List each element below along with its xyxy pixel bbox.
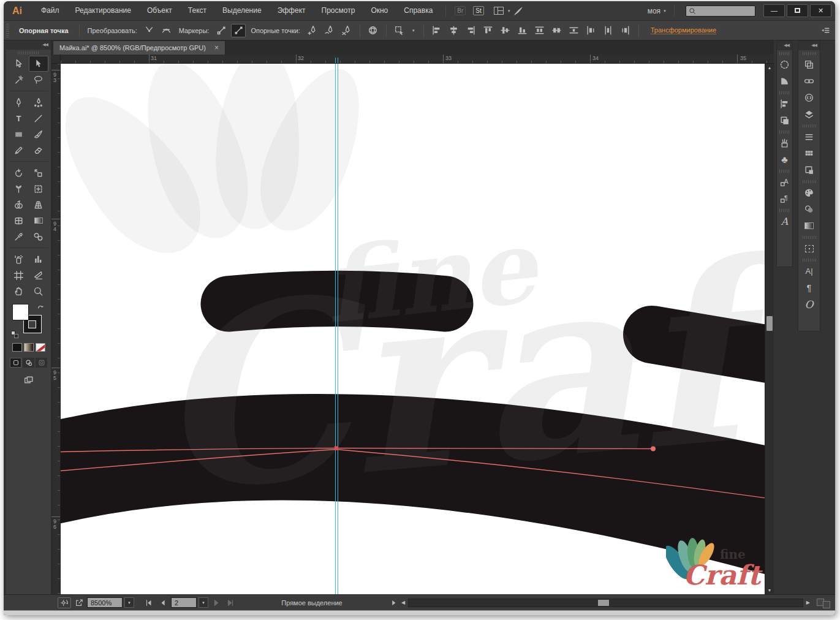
gradient-button[interactable] xyxy=(24,343,34,352)
menu-file[interactable]: Файл xyxy=(33,1,67,20)
panel-transform-icon[interactable] xyxy=(798,240,820,257)
pen-tool[interactable] xyxy=(9,94,29,110)
panel-paragraph-styles-icon[interactable]: ¶ xyxy=(777,191,792,207)
direct-selection-tool[interactable] xyxy=(29,56,48,72)
swap-fill-stroke-icon[interactable] xyxy=(37,304,45,312)
menu-edit[interactable]: Редактирование xyxy=(67,1,139,20)
selected-anchor-point[interactable] xyxy=(335,446,338,450)
export-button[interactable] xyxy=(73,597,85,608)
share-icon[interactable] xyxy=(513,6,524,16)
vertical-scrollbar[interactable]: ▲ ▼ xyxy=(765,64,774,594)
align-right-button[interactable] xyxy=(464,24,479,37)
vertical-ruler[interactable]: 93 94 95 96 xyxy=(51,64,61,594)
align-bottom-button[interactable] xyxy=(515,24,530,37)
strip-grip[interactable] xyxy=(779,209,790,212)
horizontal-ruler[interactable]: 31 32 33 34 35 xyxy=(61,55,774,64)
panel-character-styles-icon[interactable]: A xyxy=(777,174,792,191)
menu-help[interactable]: Справка xyxy=(396,1,441,20)
scroll-down-button[interactable]: ▼ xyxy=(765,586,774,594)
align-left-button[interactable] xyxy=(429,24,444,37)
shape-builder-tool[interactable] xyxy=(9,197,29,213)
slice-tool[interactable] xyxy=(29,267,48,283)
curvature-tool[interactable] xyxy=(29,94,48,110)
panel-align-icon[interactable] xyxy=(777,96,792,112)
strip-grip[interactable] xyxy=(803,236,816,239)
zoom-dropdown-arrow[interactable]: ▼ xyxy=(124,597,134,608)
strip-grip[interactable] xyxy=(803,259,816,262)
canvas[interactable]: fine Craft xyxy=(61,64,765,594)
distribute-vspace-button[interactable] xyxy=(601,24,616,37)
show-handles-button[interactable] xyxy=(214,24,229,37)
panel-opentype-icon[interactable]: O xyxy=(798,296,820,312)
perspective-grid-tool[interactable] xyxy=(29,197,48,213)
panel-paragraph-icon[interactable]: ¶ xyxy=(798,279,820,296)
menu-window[interactable]: Окно xyxy=(363,1,396,20)
distribute-bottom-button[interactable] xyxy=(567,24,581,37)
workspace-switcher-arrow[interactable]: ▼ xyxy=(663,9,667,13)
panel-gradient-icon[interactable] xyxy=(798,217,820,234)
panel-gradient-wedge-icon[interactable] xyxy=(777,73,792,89)
align-top-button[interactable] xyxy=(481,24,496,37)
distribute-right-button[interactable] xyxy=(618,24,633,37)
draw-normal-button[interactable] xyxy=(10,358,21,368)
artboard-dropdown-arrow[interactable]: ▼ xyxy=(199,597,208,608)
workspace-dropdown-arrow[interactable]: ▼ xyxy=(507,9,511,13)
strip-grip[interactable] xyxy=(779,130,790,134)
menu-object[interactable]: Объект xyxy=(139,1,180,20)
screen-mode-button[interactable] xyxy=(23,375,34,385)
path-end-anchor[interactable] xyxy=(651,446,656,451)
search-input[interactable] xyxy=(696,7,751,15)
select-similar-arrow[interactable]: ▼ xyxy=(412,29,415,32)
strip-grip[interactable] xyxy=(779,170,790,173)
hide-handles-button[interactable] xyxy=(231,24,246,37)
convert-smooth-button[interactable] xyxy=(159,24,174,37)
mesh-tool[interactable] xyxy=(9,213,29,229)
workspace-switcher[interactable]: моя xyxy=(648,7,660,15)
panel-glyphs-icon[interactable]: A xyxy=(777,213,792,230)
panel-color-icon[interactable] xyxy=(798,184,820,201)
free-transform-tool[interactable] xyxy=(29,181,48,197)
menu-select[interactable]: Выделение xyxy=(214,1,270,20)
panel-pathfinder-icon[interactable] xyxy=(777,112,792,129)
lasso-tool[interactable] xyxy=(29,72,48,88)
remove-anchor-button[interactable] xyxy=(322,24,337,37)
strip-left-collapse[interactable]: ◀◀ xyxy=(777,41,792,50)
bridge-button[interactable]: Br xyxy=(455,6,466,15)
magic-wand-tool[interactable] xyxy=(9,72,29,88)
minimize-button[interactable]: — xyxy=(763,4,785,17)
horizontal-scrollbar[interactable] xyxy=(408,599,803,607)
puppet-warp-tool[interactable] xyxy=(9,181,29,197)
menu-effect[interactable]: Эффект xyxy=(270,1,314,20)
type-tool[interactable]: T xyxy=(9,110,29,126)
panel-selection-icon[interactable] xyxy=(777,56,792,73)
paintbrush-tool[interactable] xyxy=(29,126,48,142)
strip-right-collapse[interactable]: ◀◀ xyxy=(798,41,820,50)
add-anchor-button[interactable] xyxy=(305,24,320,37)
panel-swatches-icon[interactable] xyxy=(798,145,820,162)
align-vcenter-button[interactable] xyxy=(498,24,513,37)
panel-brushes-icon[interactable] xyxy=(777,135,792,151)
sync-settings-button[interactable] xyxy=(58,597,71,608)
selection-tool[interactable] xyxy=(9,56,29,72)
horizontal-scroll-thumb[interactable] xyxy=(598,600,609,606)
tab-close-icon[interactable]: × xyxy=(214,43,219,52)
none-button[interactable] xyxy=(36,343,45,352)
select-similar-button[interactable] xyxy=(392,24,407,37)
distribute-hspace-button[interactable] xyxy=(584,24,599,37)
panel-transparency-icon[interactable] xyxy=(798,56,820,73)
status-expand-button[interactable] xyxy=(387,597,399,608)
default-fill-stroke-icon[interactable] xyxy=(11,331,18,338)
controlbar-panel-menu[interactable] xyxy=(820,25,830,36)
eraser-tool[interactable] xyxy=(29,142,48,158)
pencil-tool[interactable] xyxy=(9,142,29,158)
ruler-origin-corner[interactable] xyxy=(51,55,61,64)
cut-path-button[interactable] xyxy=(339,24,354,37)
blend-tool[interactable] xyxy=(29,229,48,244)
first-artboard-button[interactable] xyxy=(143,597,155,608)
menu-view[interactable]: Просмотр xyxy=(314,1,363,20)
scroll-left-button[interactable]: ◀ xyxy=(401,600,405,605)
strip-grip[interactable] xyxy=(779,91,790,94)
workspace-layout-icon[interactable] xyxy=(494,7,504,15)
hand-tool[interactable] xyxy=(9,283,29,299)
rectangle-tool[interactable] xyxy=(9,126,29,142)
